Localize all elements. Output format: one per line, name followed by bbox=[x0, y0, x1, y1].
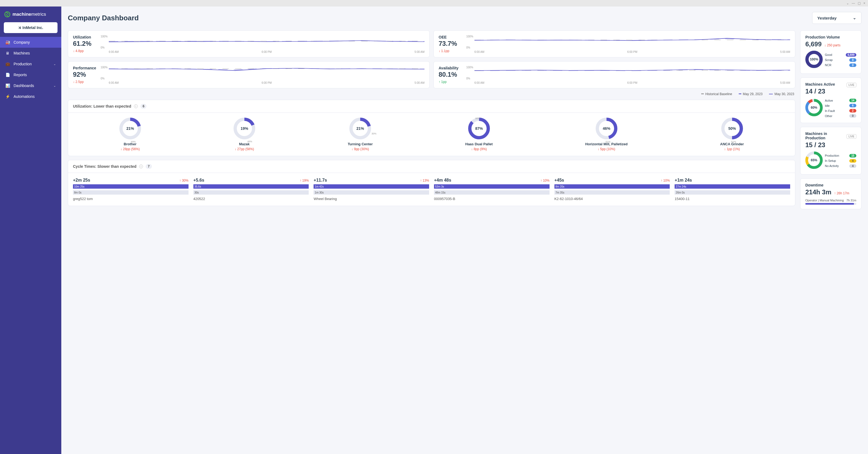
info-icon[interactable]: i bbox=[139, 164, 143, 168]
legend-pill: 6 bbox=[849, 104, 856, 107]
company-selector-button[interactable]: ⤭ InMetal Inc. bbox=[4, 22, 58, 33]
util-donut-item[interactable]: 46% 51% Horizontal Mill, Palletized ↓ 5p… bbox=[585, 118, 628, 151]
legend-prev-date[interactable]: •••May 29, 2023 bbox=[739, 92, 763, 96]
util-delta: ↓ 9pp (30%) bbox=[348, 147, 373, 151]
cycle-time-item[interactable]: +2m 25s ↑ 30% 10m 25s 8m 0s greg522 tom bbox=[73, 178, 188, 201]
performance-card[interactable]: Performance 92% ↓ 2.5pp 100% 0% 6:00 AM6… bbox=[68, 61, 430, 88]
performance-value: 92% bbox=[73, 71, 98, 78]
nav-label: Company bbox=[13, 40, 30, 44]
production-volume-card[interactable]: Production Volume 6,699↓ 250 parts 100% … bbox=[800, 30, 862, 74]
downtime-card[interactable]: Downtime 214h 3m↑ 26h 17m Operator | Man… bbox=[800, 179, 862, 209]
util-donut-item[interactable]: 19% 46% Mazak ↓ 27pp (58%) bbox=[234, 118, 255, 151]
legend-pill: 15 bbox=[849, 154, 856, 158]
window-minimize-icon[interactable]: — bbox=[852, 1, 855, 5]
production-volume-value: 6,699 bbox=[805, 40, 822, 48]
cycle-time-item[interactable]: +45s ↑ 10% 8m 20s 7m 35s K2-62-1010-46/6… bbox=[554, 178, 670, 201]
availability-delta: ↑ 1pp bbox=[439, 80, 464, 84]
cycle-time-item[interactable]: +5.6s ↑ 19% 35.6s 30s 420522 bbox=[193, 178, 309, 201]
cycle-part-name: Wheel Bearing bbox=[314, 197, 429, 201]
cycle-times-panel: Cycle Times: Slower than expected i 7 +2… bbox=[68, 160, 795, 206]
util-donut-item[interactable]: 87% 95% Haas Dual Pallet ↓ 8pp (9%) bbox=[465, 118, 493, 151]
util-donut-item[interactable]: 21% 49% Brother ↓ 28pp (56%) bbox=[119, 118, 141, 151]
chart-legend: •••Historical Baseline •••May 29, 2023 M… bbox=[68, 92, 795, 96]
date-range-picker[interactable]: Yesterday ⌄ bbox=[812, 12, 862, 24]
info-icon[interactable]: i bbox=[134, 104, 138, 108]
svg-text:21%: 21% bbox=[356, 126, 364, 131]
utilization-label: Utilization bbox=[73, 35, 98, 39]
availability-label: Availability bbox=[439, 66, 464, 70]
legend-curr-date[interactable]: May 30, 2023 bbox=[769, 92, 794, 96]
downtime-title: Downtime bbox=[805, 183, 856, 187]
util-donut-item[interactable]: 21% 30% Turning Center ↓ 9pp (30%) bbox=[348, 118, 373, 151]
production-volume-delta: ↓ 250 parts bbox=[824, 43, 840, 47]
cycle-delta-value: +1m 24s bbox=[675, 178, 692, 183]
date-range-label: Yesterday bbox=[817, 16, 837, 20]
nav-label: Automations bbox=[13, 94, 35, 99]
legend-row: No Activity4 bbox=[825, 163, 856, 169]
live-badge: LIVE bbox=[846, 83, 856, 87]
utilization-card[interactable]: Utilization 61.2% ↓ 4.8pp 100% 0% 6:00 A… bbox=[68, 30, 430, 58]
legend-row: NCR0 bbox=[825, 63, 856, 68]
target-tick: 51% bbox=[606, 140, 611, 143]
cycle-count-badge: 7 bbox=[146, 164, 152, 169]
legend-pill: 4 bbox=[849, 164, 856, 168]
sidebar-item-dashboards[interactable]: 📊Dashboards⌄ bbox=[0, 80, 61, 91]
nav-label: Dashboards bbox=[13, 84, 34, 88]
machine-name: Haas Dual Pallet bbox=[465, 142, 493, 146]
legend-pill: 0 bbox=[849, 58, 856, 62]
legend-pill: 4 bbox=[849, 159, 856, 163]
legend-row: In Setup4 bbox=[825, 158, 856, 163]
shuffle-icon: ⤭ bbox=[18, 26, 22, 30]
sidebar-item-reports[interactable]: 📄Reports bbox=[0, 69, 61, 80]
cycle-delta-value: +11.7s bbox=[314, 178, 327, 183]
svg-text:19%: 19% bbox=[241, 126, 248, 131]
utilization-count-badge: 6 bbox=[141, 104, 147, 109]
legend-pill: 0 bbox=[849, 114, 856, 118]
cycle-delta-value: +4m 48s bbox=[434, 178, 452, 183]
performance-label: Performance bbox=[73, 66, 98, 70]
legend-pill: 2 bbox=[849, 109, 856, 112]
downtime-delta: ↑ 26h 17m bbox=[834, 191, 849, 195]
brand-logo-icon bbox=[4, 11, 10, 18]
window-titlebar: ⌄ — ▢ × bbox=[0, 0, 868, 6]
nav-label: Production bbox=[13, 62, 32, 66]
cycle-panel-title: Cycle Times: Slower than expected bbox=[73, 164, 136, 169]
svg-text:21%: 21% bbox=[126, 126, 134, 131]
utilization-value: 61.2% bbox=[73, 40, 98, 47]
window-menu-icon[interactable]: ⌄ bbox=[846, 1, 849, 5]
chevron-down-icon: ⌄ bbox=[853, 15, 856, 20]
cycle-delta-value: +45s bbox=[554, 178, 564, 183]
cycle-delta-value: +2m 25s bbox=[73, 178, 90, 183]
legend-row: Active14 bbox=[825, 98, 856, 103]
util-delta: ↓ 5pp (10%) bbox=[585, 147, 628, 151]
window-maximize-icon[interactable]: ▢ bbox=[858, 1, 861, 5]
cycle-time-item[interactable]: +1m 24s 27m 24s 26m 0s 15400-11 bbox=[675, 178, 790, 201]
cycle-expected-bar: 26m 0s bbox=[675, 190, 790, 195]
sidebar-item-production[interactable]: 💼Production⌄ bbox=[0, 59, 61, 69]
machines-active-card[interactable]: Machines ActiveLIVE 14 / 23 60% Active14… bbox=[800, 77, 862, 123]
cycle-actual-bar: 27m 24s bbox=[675, 184, 790, 189]
cycle-time-item[interactable]: +4m 48s ↑ 10% 53m 3s 48m 15s 000957035-B bbox=[434, 178, 550, 201]
legend-baseline[interactable]: •••Historical Baseline bbox=[701, 92, 732, 96]
utilization-delta: ↓ 4.8pp bbox=[73, 49, 98, 53]
cycle-actual-bar: 53m 3s bbox=[434, 184, 550, 189]
svg-text:100%: 100% bbox=[810, 58, 818, 61]
sidebar-item-company[interactable]: 🏭Company bbox=[0, 37, 61, 48]
live-badge: LIVE bbox=[846, 134, 856, 139]
cycle-actual-bar: 10m 25s bbox=[73, 184, 188, 189]
bolt-icon: ⚡ bbox=[5, 94, 10, 99]
cycle-time-item[interactable]: +11.7s ↑ 13% 1m 42s 1m 30s Wheel Bearing bbox=[314, 178, 429, 201]
machines-production-value: 15 / 23 bbox=[805, 141, 825, 149]
window-close-icon[interactable]: × bbox=[863, 1, 865, 5]
availability-sparkline: 100% 0% 6:00 AM6:00 PM5:00 AM bbox=[466, 66, 790, 84]
oee-card[interactable]: OEE 73.7% ↓ 1.1pp 100% 0% 6:00 AM6:00 PM… bbox=[433, 30, 795, 58]
cycle-part-name: 15400-11 bbox=[675, 197, 790, 201]
machines-production-card[interactable]: Machines in ProductionLIVE 15 / 23 65% P… bbox=[800, 127, 862, 174]
svg-text:46%: 46% bbox=[603, 126, 611, 131]
util-donut-item[interactable]: 50% 51% ANCA Grinder ↓ 1pp (1%) bbox=[720, 118, 744, 151]
sidebar-item-automations[interactable]: ⚡Automations bbox=[0, 91, 61, 102]
availability-card[interactable]: Availability 80.1% ↑ 1pp 100% 0% 6:00 AM… bbox=[433, 61, 795, 88]
cycle-part-name: 000957035-B bbox=[434, 197, 550, 201]
sidebar-item-machines[interactable]: 🖥Machines bbox=[0, 48, 61, 59]
factory-icon: 🏭 bbox=[5, 40, 10, 44]
